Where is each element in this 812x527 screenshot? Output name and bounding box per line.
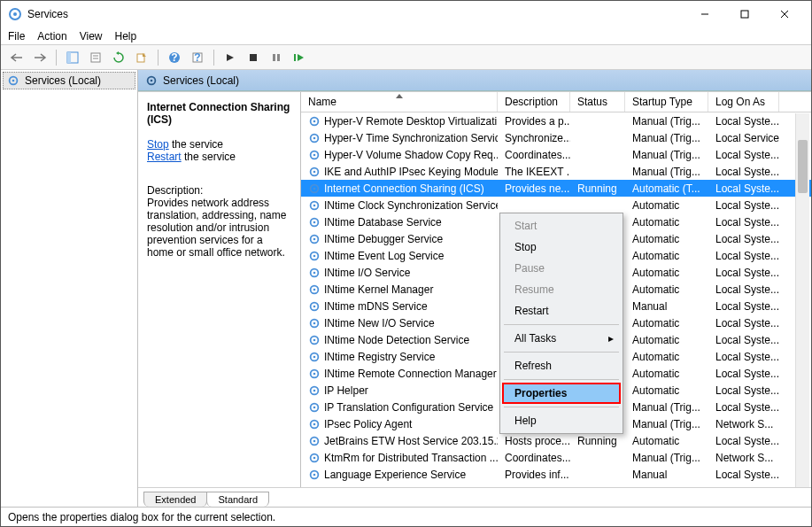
- svg-point-23: [151, 79, 153, 81]
- svg-rect-16: [250, 54, 257, 61]
- tree-root-services-local[interactable]: Services (Local): [3, 72, 135, 89]
- right-pane: Services (Local) Internet Connection Sha…: [138, 70, 811, 507]
- close-button[interactable]: [764, 2, 804, 27]
- svg-point-49: [313, 322, 316, 324]
- svg-rect-8: [91, 53, 100, 62]
- svg-point-51: [313, 338, 316, 341]
- service-row[interactable]: Language Experience ServiceProvides inf.…: [301, 466, 811, 483]
- service-list: Name Description Status Startup Type Log…: [301, 92, 811, 487]
- svg-point-1: [13, 12, 17, 16]
- svg-point-21: [12, 80, 15, 82]
- svg-rect-7: [67, 52, 71, 63]
- menu-view[interactable]: View: [80, 30, 103, 43]
- svg-point-55: [313, 372, 316, 375]
- svg-point-31: [313, 170, 316, 173]
- svg-rect-18: [277, 54, 280, 61]
- svg-rect-17: [273, 54, 275, 61]
- svg-point-61: [313, 422, 316, 425]
- vertical-scrollbar[interactable]: [795, 113, 809, 487]
- ctx-restart[interactable]: Restart: [502, 300, 621, 322]
- maximize-button[interactable]: [724, 2, 764, 27]
- ctx-all-tasks[interactable]: All Tasks▸: [502, 328, 621, 349]
- svg-point-63: [313, 439, 316, 442]
- svg-rect-3: [741, 11, 748, 18]
- svg-point-47: [313, 305, 316, 307]
- svg-point-39: [313, 237, 316, 240]
- svg-point-29: [313, 153, 316, 156]
- window-title: Services: [27, 8, 684, 20]
- menu-file[interactable]: File: [8, 30, 25, 43]
- pane-header-label: Services (Local): [163, 74, 239, 87]
- ctx-refresh[interactable]: Refresh: [502, 355, 621, 376]
- service-row[interactable]: Hyper-V Volume Shadow Copy Req...Coordin…: [301, 146, 811, 163]
- svg-point-67: [313, 473, 316, 476]
- svg-point-59: [313, 406, 316, 408]
- service-row[interactable]: INtime Clock Synchronization ServiceAuto…: [301, 197, 811, 213]
- tab-extended[interactable]: Extended: [143, 492, 207, 507]
- pane-header: Services (Local): [138, 70, 811, 91]
- service-row[interactable]: Hyper-V Time Synchronization ServiceSync…: [301, 129, 811, 146]
- properties-toolbar-button[interactable]: [85, 47, 106, 68]
- services-window: Services File Action View Help ? ?: [0, 0, 812, 527]
- show-hide-tree-button[interactable]: [62, 47, 83, 68]
- col-startup[interactable]: Startup Type: [625, 92, 708, 112]
- help-toolbar-button-2[interactable]: ?: [187, 47, 208, 68]
- status-bar: Opens the properties dialog box for the …: [1, 507, 811, 526]
- svg-point-43: [313, 271, 316, 274]
- ctx-start: Start: [502, 215, 621, 236]
- services-app-icon: [8, 7, 22, 21]
- stop-service-button[interactable]: [243, 47, 264, 68]
- col-description[interactable]: Description: [498, 92, 570, 112]
- menu-help[interactable]: Help: [115, 30, 137, 43]
- svg-point-53: [313, 355, 316, 358]
- tree-root-label: Services (Local): [25, 74, 101, 87]
- minimize-button[interactable]: [684, 2, 724, 27]
- tree-pane: Services (Local): [1, 70, 138, 507]
- tab-standard[interactable]: Standard: [206, 492, 269, 507]
- export-list-button[interactable]: [131, 47, 152, 68]
- svg-point-65: [313, 456, 316, 459]
- detail-pane: Internet Connection Sharing (ICS) Stop t…: [138, 92, 301, 487]
- service-row[interactable]: Internet Connection Sharing (ICS)Provide…: [301, 180, 811, 197]
- gear-icon: [7, 74, 19, 87]
- svg-point-35: [313, 204, 316, 206]
- back-button[interactable]: [6, 47, 27, 68]
- start-service-button[interactable]: [220, 47, 241, 68]
- service-row[interactable]: IKE and AuthIP IPsec Keying ModulesThe I…: [301, 163, 811, 180]
- help-toolbar-button[interactable]: ?: [164, 47, 185, 68]
- svg-point-45: [313, 288, 316, 291]
- col-name[interactable]: Name: [301, 92, 498, 112]
- description-text: Provides network address translation, ad…: [147, 197, 291, 259]
- service-row[interactable]: Hyper-V Remote Desktop Virtualizati...Pr…: [301, 112, 811, 129]
- ctx-pause: Pause: [502, 258, 621, 279]
- restart-service-link[interactable]: Restart: [147, 151, 182, 163]
- svg-point-33: [313, 187, 316, 190]
- col-status[interactable]: Status: [570, 92, 625, 112]
- svg-point-57: [313, 389, 316, 391]
- service-row[interactable]: KtmRm for Distributed Transaction ...Coo…: [301, 449, 811, 466]
- service-row[interactable]: JetBrains ETW Host Service 203.15.20.0Ho…: [301, 432, 811, 449]
- pause-service-button[interactable]: [266, 47, 287, 68]
- ctx-help[interactable]: Help: [502, 410, 621, 431]
- toolbar: ? ?: [1, 45, 811, 70]
- gear-icon: [145, 74, 158, 87]
- refresh-button[interactable]: [108, 47, 129, 68]
- menubar: File Action View Help: [1, 27, 811, 45]
- selected-service-name: Internet Connection Sharing (ICS): [147, 101, 291, 126]
- svg-rect-19: [294, 54, 296, 61]
- ctx-resume: Resume: [502, 279, 621, 300]
- stop-service-link[interactable]: Stop: [147, 138, 169, 151]
- status-text: Opens the properties dialog box for the …: [8, 511, 275, 523]
- restart-service-button[interactable]: [289, 47, 310, 68]
- svg-point-25: [313, 120, 316, 122]
- forward-button[interactable]: [29, 47, 50, 68]
- ctx-stop[interactable]: Stop: [502, 236, 621, 258]
- menu-action[interactable]: Action: [37, 30, 66, 43]
- col-logon[interactable]: Log On As: [708, 92, 779, 112]
- content-area: Services (Local) Services (Local) Intern…: [1, 70, 811, 507]
- ctx-properties[interactable]: Properties: [502, 383, 621, 404]
- svg-text:?: ?: [171, 51, 177, 64]
- svg-text:?: ?: [194, 51, 200, 64]
- context-menu: Start Stop Pause Resume Restart All Task…: [499, 213, 623, 434]
- svg-point-27: [313, 136, 316, 139]
